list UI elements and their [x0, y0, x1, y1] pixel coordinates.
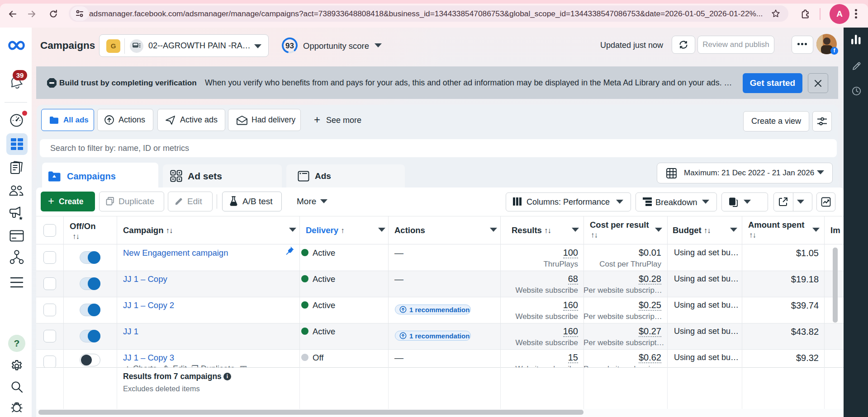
- svg-text:93: 93: [285, 42, 294, 50]
